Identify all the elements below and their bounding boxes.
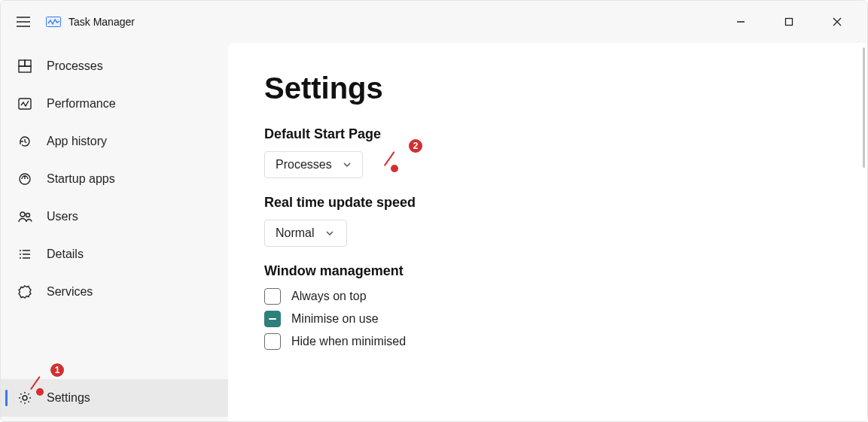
services-icon: [17, 284, 33, 300]
scrollbar[interactable]: [863, 47, 865, 168]
sidebar-item-services[interactable]: Services: [1, 273, 228, 311]
svg-rect-1: [786, 19, 793, 26]
sidebar-item-performance[interactable]: Performance: [1, 85, 228, 123]
update-speed-dropdown[interactable]: Normal: [264, 220, 347, 247]
app-icon: [46, 17, 61, 27]
sidebar-item-details[interactable]: Details: [1, 235, 228, 273]
hamburger-menu-button[interactable]: [5, 4, 41, 40]
titlebar: Task Manager: [1, 1, 867, 43]
close-icon: [833, 17, 842, 26]
svg-rect-4: [19, 66, 31, 72]
option-hide-when-minimised[interactable]: Hide when minimised: [264, 333, 831, 350]
details-icon: [17, 246, 33, 263]
sidebar-item-label: Processes: [47, 59, 103, 73]
sidebar-item-label: Details: [47, 247, 84, 261]
minimize-icon: [736, 17, 745, 26]
default-start-page-dropdown[interactable]: Processes: [264, 151, 363, 178]
sidebar-item-label: Services: [47, 285, 93, 299]
checkbox[interactable]: [264, 333, 281, 350]
minimize-button[interactable]: [726, 10, 756, 34]
svg-rect-3: [25, 60, 31, 66]
sidebar-item-settings[interactable]: Settings: [1, 379, 228, 417]
section-update-speed-label: Real time update speed: [264, 195, 831, 211]
gear-icon: [17, 390, 33, 406]
option-always-on-top[interactable]: Always on top: [264, 288, 831, 305]
sidebar-item-startup-apps[interactable]: Startup apps: [1, 160, 228, 198]
users-icon: [17, 208, 33, 225]
svg-rect-2: [19, 60, 25, 66]
svg-point-9: [23, 396, 27, 400]
window-controls: [726, 1, 863, 43]
history-icon: [17, 133, 33, 150]
body: Processes Performance App history Startu…: [1, 43, 867, 421]
sidebar-item-label: Users: [47, 210, 78, 223]
sidebar-item-users[interactable]: Users: [1, 198, 228, 235]
maximize-icon: [784, 17, 793, 26]
hamburger-icon: [17, 17, 30, 27]
task-manager-window: Task Manager: [0, 0, 868, 422]
sidebar-item-label: App history: [47, 135, 107, 148]
app-title: Task Manager: [69, 16, 135, 28]
performance-icon: [17, 96, 33, 112]
checkbox[interactable]: [264, 288, 281, 305]
chevron-down-icon: [325, 229, 334, 238]
sidebar-item-label: Performance: [47, 97, 116, 111]
sidebar-item-app-history[interactable]: App history: [1, 123, 228, 160]
chevron-down-icon: [343, 160, 352, 169]
page-title: Settings: [264, 71, 831, 105]
settings-panel: Settings Default Start Page Processes Re…: [228, 43, 867, 421]
processes-icon: [17, 58, 33, 74]
sidebar-item-processes[interactable]: Processes: [1, 47, 228, 85]
section-window-management-label: Window management: [264, 263, 831, 279]
checkbox[interactable]: [264, 311, 281, 327]
option-minimise-on-use[interactable]: Minimise on use: [264, 311, 831, 327]
svg-point-7: [20, 212, 25, 217]
startup-icon: [17, 171, 33, 187]
dropdown-value: Processes: [276, 158, 332, 172]
close-button[interactable]: [822, 10, 852, 34]
sidebar-item-label: Settings: [47, 391, 90, 405]
sidebar: Processes Performance App history Startu…: [1, 43, 228, 421]
svg-point-8: [26, 214, 30, 217]
option-label: Always on top: [291, 290, 367, 303]
option-label: Hide when minimised: [291, 335, 406, 348]
dropdown-value: Normal: [276, 226, 315, 240]
section-default-start-page-label: Default Start Page: [264, 126, 831, 142]
sidebar-item-label: Startup apps: [47, 172, 115, 186]
maximize-button[interactable]: [774, 10, 804, 34]
option-label: Minimise on use: [291, 312, 379, 326]
